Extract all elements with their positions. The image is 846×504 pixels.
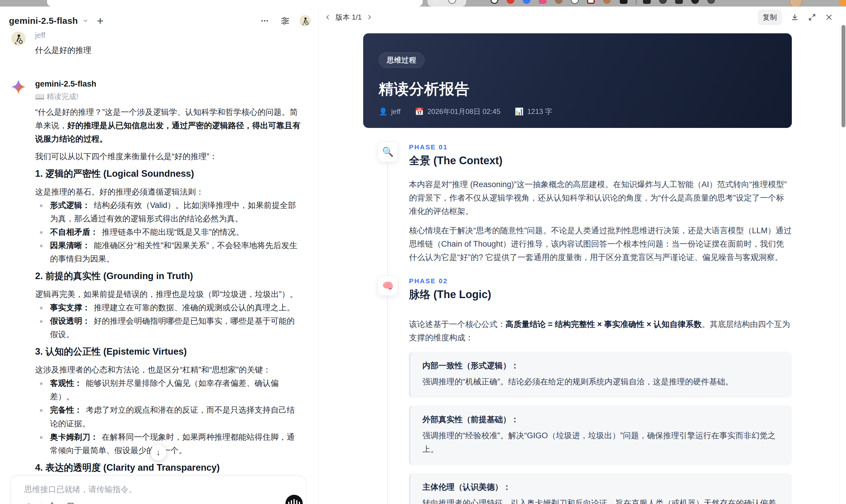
more-options-icon[interactable] [260,16,269,25]
phase-2-section: 🧠 PHASE 02 脉络 (The Logic) 该论述基于一个核心公式：高质… [363,277,792,504]
artifact-actions: 复制 [758,10,833,25]
list-item: 形式逻辑：结构必须有效（Valid）。比如演绎推理中，如果前提全部为真，那么通过… [35,199,302,226]
section-1-desc: 这是推理的基石。好的推理必须遵循逻辑法则： [35,185,302,199]
artifact-toolbar: 版本 1/1 复制 [319,6,846,28]
browser-extension-icon[interactable] [587,0,595,4]
list-item: 奥卡姆剃刀：在解释同一个现象时，如果两种推理都能站得住脚，通常倾向于最简单、假设… [35,431,302,457]
gemini-logo-icon [11,79,26,95]
intro-bold-text: 好的推理是从已知信息出发，通过严密的逻辑路径，得出可靠且有说服力结论的过程。 [35,121,300,143]
browser-extension-icon[interactable] [539,0,547,4]
version-navigator: 版本 1/1 [322,11,375,23]
list-item: 事实支撑：推理建立在可靠的数据、准确的观测或公认的真理之上。 [35,301,302,314]
session-title[interactable]: gemini-2.5-flash [9,16,78,26]
lead-paragraph: 我们可以从以下四个维度来衡量什么是“好的推理”： [35,150,302,163]
phase-2-title: 脉络 (The Logic) [409,288,792,301]
scroll-to-bottom-button[interactable]: ↓ [150,445,166,461]
list-item: 不自相矛盾：推理链条中不能出现“既是又非”的情况。 [35,226,302,239]
previous-version-button[interactable] [322,11,334,23]
report-meta: 👤 jeff 📅 2026年01月08日 02:45 📊 1213 字 [378,107,776,116]
expand-icon[interactable] [808,13,816,21]
section-2-list: 事实支撑：推理建立在可靠的数据、准确的观测或公认的真理之上。 假设透明：好的推理… [35,301,302,341]
chat-input-box[interactable]: 思维接口已就绪，请传输指令。 [10,475,306,504]
section-2-desc: 逻辑再完美，如果前提是错误的，推理也是垃圾（即“垃圾进，垃圾出”）。 [35,288,302,301]
composer-divider [40,502,40,504]
user-name: jeff [35,30,302,40]
scrollbar-track [840,24,840,504]
download-icon[interactable] [791,13,799,21]
chat-input-placeholder: 思维接口已就绪，请传输指令。 [24,484,306,495]
browser-extension-icon[interactable] [620,0,628,4]
sparkle-tokens-icon[interactable] [47,501,57,504]
list-item: 完备性：考虑了对立的观点和潜在的反证，而不是只选择支持自己结论的证据。 [35,403,302,430]
dimension-card: 主体伦理（认识美德）： 转向推理者的心理特征。引入奥卡姆剃刀和反向论证，旨在克服… [409,473,792,504]
intro-paragraph: “什么是好的推理？”这是一个涉及逻辑学、认知科学和哲学核心的问题。简单来说，好的… [35,106,302,146]
calendar-icon: 📅 [415,107,424,116]
arrow-down-icon: ↓ [156,448,160,457]
phase-1-label: PHASE 01 [409,143,792,151]
artifact-document: 思维过程 精读分析报告 👤 jeff 📅 2026年01月08日 02:45 📊 [363,33,792,504]
list-item: 因果清晰：能准确区分“相关性”和“因果关系”，不会轻率地将先后发生的事情归为因果… [35,239,302,266]
section-3-list: 客观性：能够识别并尽量排除个人偏见（如幸存者偏差、确认偏差）。 完备性：考虑了对… [35,377,302,457]
section-1-title: 1. 逻辑的严密性 (Logical Soundness) [35,167,302,180]
section-3-title: 3. 认知的公正性 (Epistemic Virtues) [35,345,302,358]
screen: gemini-2.5-flash + [0,0,846,504]
browser-omnibox[interactable] [47,0,423,6]
list-item: 假设透明：好的推理会明确指明哪些是已知事实，哪些是基于可能的假设。 [35,314,302,341]
browser-extension-icon[interactable] [659,0,667,4]
assistant-message: gemini-2.5-flash 📖 精读完成! “什么是好的推理？”这是一个涉… [35,79,302,504]
section-3-desc: 这涉及推理者的心态和方法论，也是区分“杠精”和“思想家”的关键： [35,363,302,377]
close-icon[interactable] [825,13,833,21]
dimension-card: 外部真实性（前提基础）： 强调推理的“经验校准”。解决“GIGO（垃圾进，垃圾出… [409,406,792,465]
phase-1-body: 本内容是对“推理 (Reasoning)”这一抽象概念的高层建模。在知识爆炸与人… [409,178,792,264]
user-avatar[interactable] [299,15,311,26]
browser-extension-icon[interactable] [691,0,699,4]
browser-chrome-strip [0,0,846,6]
version-label: 版本 1/1 [335,13,362,22]
attach-plus-icon[interactable] [24,502,34,504]
phase-1-paragraph: 本内容是对“推理 (Reasoning)”这一抽象概念的高层建模。在知识爆炸与人… [409,178,792,218]
chevron-down-icon[interactable] [82,18,89,24]
dimension-cards: 内部一致性（形式逻辑）： 强调推理的“机械正确”。结论必须在给定的规则系统内逻辑… [409,352,792,504]
browser-extension-icon[interactable] [643,0,651,4]
bar-chart-icon: 📊 [515,107,524,116]
list-item: 客观性：能够识别并尽量排除个人偏见（如幸存者偏差、确认偏差）。 [35,377,302,403]
browser-extension-icon[interactable] [707,0,715,4]
scrollbar-thumb[interactable] [842,25,845,127]
phase-1-section: 🔍 PHASE 01 全景 (The Context) 本内容是对“推理 (Re… [363,143,792,264]
browser-extension-icon[interactable] [507,0,514,4]
settings-sliders-icon[interactable] [280,16,290,25]
magnifier-icon: 🔍 [378,142,398,162]
voice-input-button[interactable] [285,495,303,504]
browser-extension-icon[interactable] [491,0,498,4]
browser-extension-icon[interactable] [571,0,579,4]
dimension-card: 内部一致性（形式逻辑）： 强调推理的“机械正确”。结论必须在给定的规则系统内逻辑… [409,352,792,398]
assistant-status-text: 📖 精读完成! [35,92,302,101]
report-word-count: 📊 1213 字 [515,107,552,116]
browser-extension-icon[interactable] [555,0,563,4]
artifact-panel: 版本 1/1 复制 [319,6,846,504]
brain-icon: 🧠 [378,275,398,296]
new-topic-button[interactable]: + [97,15,104,26]
assistant-name: gemini-2.5-flash [35,79,302,89]
waveform-icon [288,502,289,504]
phase-2-body: 该论述基于一个核心公式：高质量结论 = 结构完整性 × 事实准确性 × 认知自律… [409,318,792,504]
browser-extension-icon[interactable] [523,0,530,4]
person-icon: 👤 [378,107,388,116]
report-title: 精读分析报告 [378,79,776,99]
bookmark-icon[interactable] [66,502,75,504]
user-message-text: 什么是好的推理 [35,44,302,57]
report-badge: 思维过程 [378,52,424,68]
chat-header: gemini-2.5-flash + [9,12,311,30]
chat-message-list: jeff 什么是好的推理 gemini-2.5 [35,30,302,504]
copy-button[interactable]: 复制 [758,10,782,25]
phase-1-title: 全景 (The Context) [409,154,792,167]
section-1-list: 形式逻辑：结构必须有效（Valid）。比如演绎推理中，如果前提全部为真，那么通过… [35,199,302,266]
browser-extension-icon[interactable] [675,0,683,4]
browser-extension-icon[interactable] [839,0,846,6]
browser-profile-avatar[interactable] [790,0,802,6]
phase-2-label: PHASE 02 [409,277,792,285]
user-message: jeff 什么是好的推理 [35,30,302,57]
user-avatar [11,32,25,46]
browser-extension-icon[interactable] [603,0,611,4]
next-version-button[interactable] [364,11,375,23]
